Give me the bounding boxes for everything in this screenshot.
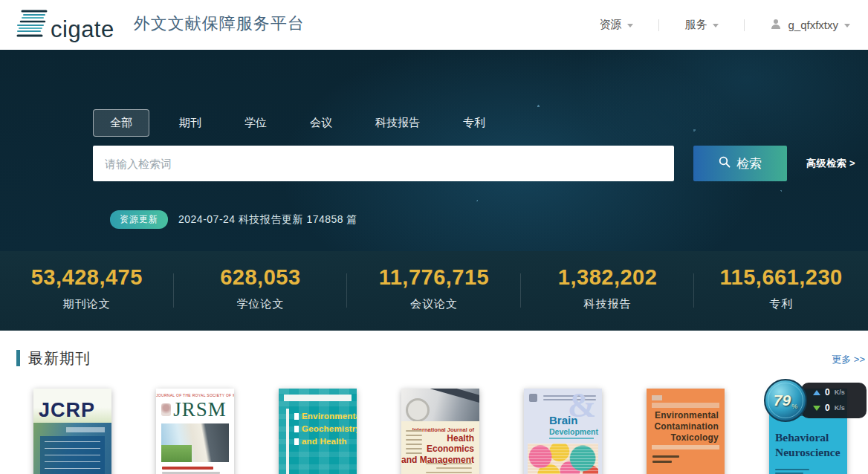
stat-label: 科技报告 <box>521 297 695 311</box>
title-line: Environmental <box>654 410 719 421</box>
title-text: and Health <box>302 437 347 446</box>
stat-value: 115,661,230 <box>694 265 868 290</box>
stethoscope-photo <box>401 389 479 421</box>
speed-monitor-widget: 0 K/s 0 K/s 79 % <box>764 377 868 425</box>
journal-cover-env-contamination-toxicology[interactable]: Environmental Contamination Toxicology <box>647 389 725 474</box>
bullet-square <box>294 426 299 432</box>
tab-patent[interactable]: 专利 <box>463 110 485 136</box>
logo[interactable]: cigate <box>15 8 114 42</box>
cover-corner-tab <box>652 395 662 400</box>
text-line-placeholder <box>775 469 809 470</box>
journal-title: Brain <box>549 414 577 426</box>
journal-title: Behavioral Neuroscience <box>775 430 841 460</box>
text-line-placeholder <box>406 444 422 445</box>
resource-update-text: 2024-07-24 科技报告更新 174858 篇 <box>178 213 357 227</box>
search-row: 检索 高级检索 > <box>93 146 855 181</box>
bullet-square <box>294 413 299 420</box>
search-button[interactable]: 检索 <box>693 146 787 181</box>
title-line: and Health <box>294 437 357 446</box>
publisher-logo-icon <box>529 394 537 402</box>
section-title: 最新期刊 <box>28 348 91 369</box>
text-line-placeholder <box>426 463 472 464</box>
text-line-placeholder <box>162 467 213 470</box>
title-line: Neuroscience <box>775 445 841 460</box>
statistics-band: 53,428,475 期刊论文 628,053 学位论文 11,776,715 … <box>0 251 868 331</box>
download-rate-unit: K/s <box>835 404 845 412</box>
text-line-placeholder <box>406 430 422 432</box>
journal-cover-env-geochemistry-health[interactable]: Environmental Geochemistry and Health <box>279 389 357 474</box>
search-tabs: 全部 期刊 学位 会议 科技报告 专利 <box>93 109 485 137</box>
text-line-placeholder <box>652 461 672 463</box>
advanced-search-link[interactable]: 高级检索 > <box>806 157 855 170</box>
journal-title: Environmental Contamination Toxicology <box>654 410 719 444</box>
tab-journal[interactable]: 期刊 <box>179 110 201 136</box>
stat-degree-papers: 628,053 学位论文 <box>174 251 348 331</box>
text-lines <box>775 469 809 474</box>
journal-cover-health-economics[interactable]: International Journal of Health Economic… <box>401 389 479 474</box>
text-lines <box>426 463 472 474</box>
speed-ball-unit: % <box>791 403 797 410</box>
text-lines <box>652 455 679 466</box>
stat-patents: 115,661,230 专利 <box>694 251 868 331</box>
nav-item-resources[interactable]: 资源 <box>599 13 633 36</box>
chevron-down-icon <box>713 24 719 27</box>
text-lines <box>156 462 234 474</box>
resource-update-row: 资源更新 2024-07-24 科技报告更新 174858 篇 <box>110 210 357 229</box>
text-line-placeholder <box>406 435 422 436</box>
cover-title-row: JRSM <box>156 397 234 420</box>
title-line: Behavioral <box>775 430 841 445</box>
nav-item-services-label: 服务 <box>684 18 707 32</box>
text-line-placeholder <box>406 452 422 454</box>
tab-tech-report[interactable]: 科技报告 <box>375 110 420 136</box>
society-crest-icon <box>161 403 171 416</box>
title-line: Toxicology <box>654 432 719 444</box>
stat-label: 学位论文 <box>174 297 348 311</box>
journal-masthead: JOURNAL OF THE ROYAL SOCIETY OF MEDICINE <box>156 393 234 397</box>
text-line-placeholder <box>406 448 422 449</box>
username: g_qfxfxtxy <box>788 19 838 31</box>
text-line-placeholder <box>284 395 352 401</box>
journal-cover-brain-development[interactable]: & Brain Development <box>524 389 602 474</box>
search-icon <box>719 156 731 172</box>
stat-label: 会议论文 <box>347 297 521 311</box>
journal-title: Development <box>549 427 598 436</box>
header: cigate 外文文献保障服务平台 资源 服务 g_qfx <box>0 0 868 50</box>
speed-ball-value: 79 <box>774 392 791 409</box>
upload-arrow-icon <box>813 390 820 395</box>
download-rate-row: 0 K/s <box>813 403 845 413</box>
cover-band <box>652 445 719 449</box>
upload-rate-unit: K/s <box>835 389 845 396</box>
text-line-placeholder <box>436 467 472 469</box>
user-icon <box>770 18 782 32</box>
stat-value: 1,382,202 <box>521 265 695 290</box>
journal-cover-jrsm[interactable]: JOURNAL OF THE ROYAL SOCIETY OF MEDICINE… <box>156 389 234 474</box>
speed-ball[interactable]: 79 % <box>764 379 807 422</box>
journal-cover-jcrp[interactable]: JCRP <box>33 389 111 474</box>
download-arrow-icon <box>813 406 820 411</box>
nav-divider <box>744 19 745 31</box>
tab-degree[interactable]: 学位 <box>244 110 267 136</box>
more-link[interactable]: 更多 >> <box>832 353 865 366</box>
title-text: Geochemistry <box>302 424 357 433</box>
page: cigate 外文文献保障服务平台 资源 服务 g_qfx <box>0 0 868 474</box>
user-menu[interactable]: g_qfxfxtxy <box>770 18 850 32</box>
platform-title: 外文文献保障服务平台 <box>134 13 305 35</box>
logo-text: cigate <box>51 18 114 41</box>
journal-title: JCRP <box>39 400 95 421</box>
header-nav: 资源 服务 g_qfxfxtxy <box>574 13 850 36</box>
hero-banner: 全部 期刊 学位 会议 科技报告 专利 检索 高级检索 > 资源更新 20 <box>0 50 868 251</box>
nav-item-services[interactable]: 服务 <box>684 13 719 36</box>
resource-update-badge: 资源更新 <box>110 210 168 229</box>
stat-conference-papers: 11,776,715 会议论文 <box>347 251 521 331</box>
search-input[interactable] <box>93 146 674 181</box>
download-rate-value: 0 <box>825 403 830 413</box>
cover-photo <box>161 423 229 462</box>
journal-covers-row: JCRP JOURNAL OF THE ROYAL SOCIETY OF MED… <box>0 389 868 474</box>
tab-conference[interactable]: 会议 <box>310 110 332 136</box>
tab-all[interactable]: 全部 <box>93 109 149 137</box>
upload-rate-row: 0 K/s <box>813 387 845 397</box>
title-line: Contamination <box>654 421 719 432</box>
upload-rate-value: 0 <box>825 387 830 397</box>
cover-band <box>652 403 719 408</box>
title-line: Environmental <box>294 412 357 421</box>
